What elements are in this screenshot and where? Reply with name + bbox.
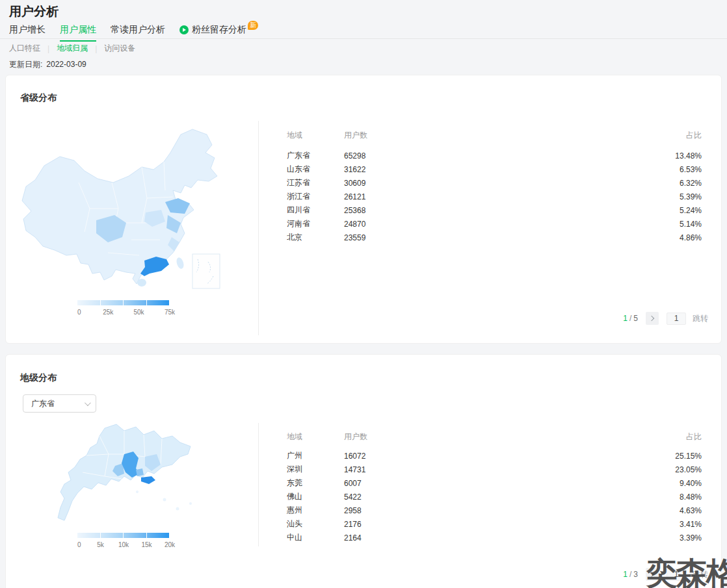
table-row: 河南省248705.14%	[287, 217, 702, 231]
guangdong-choropleth-map[interactable]	[27, 420, 241, 534]
legend-tick: 25k	[103, 309, 113, 316]
city-map-legend: 0 5k 10k 15k 20k	[77, 533, 170, 538]
tab-frequent-readers[interactable]: 常读用户分析	[111, 24, 165, 40]
legend-tick: 5k	[97, 541, 104, 548]
province-pagination: 1 / 5 跳转	[623, 312, 708, 325]
jump-label[interactable]: 跳转	[693, 313, 708, 324]
province-map-legend: 0 25k 50k 75k	[77, 300, 170, 305]
update-date-value: 2022-03-09	[46, 60, 86, 69]
tab-fan-retention[interactable]: 粉丝留存分析 新	[179, 24, 258, 40]
chevron-down-icon	[85, 400, 91, 406]
page-jump-input[interactable]	[667, 313, 686, 325]
city-distribution-card: 地级分布 广东省	[5, 354, 722, 588]
legend-tick: 75k	[165, 309, 175, 316]
table-row: 中山21643.39%	[287, 531, 702, 544]
china-choropleth-map[interactable]	[17, 125, 245, 291]
islands	[136, 491, 192, 511]
watermark-text: 奕森格	[646, 553, 727, 588]
legend-tick: 15k	[141, 541, 152, 548]
province-section-title: 省级分布	[20, 92, 57, 104]
city-section-title: 地级分布	[20, 372, 57, 384]
new-badge: 新	[248, 21, 258, 30]
table-row: 广州1607225.15%	[287, 449, 702, 463]
table-row: 浙江省261215.39%	[287, 190, 702, 203]
table-row: 江苏省306096.32%	[287, 176, 702, 190]
user-analysis-page: 用户分析 用户增长 用户属性 常读用户分析 粉丝留存分析 新 人口特征 | 地域…	[0, 0, 727, 588]
legend-tick: 0	[77, 309, 81, 316]
total-pages: 3	[633, 570, 638, 579]
legend-tick: 0	[77, 541, 81, 548]
map-city-dongguan	[136, 468, 144, 476]
sub-tabs: 人口特征 | 地域归属 | 访问设备	[9, 43, 135, 54]
subtab-region[interactable]: 地域归属	[57, 43, 88, 54]
map-region-taiwan	[175, 257, 185, 270]
table-row: 深圳1473123.05%	[287, 463, 702, 476]
total-pages: 5	[633, 314, 638, 323]
province-distribution-card: 省级分布	[5, 75, 722, 344]
current-page: 1	[623, 570, 628, 579]
table-row: 北京235594.86%	[287, 231, 702, 244]
table-header: 地域 用户数 占比	[287, 432, 702, 441]
subtab-separator: |	[95, 44, 97, 53]
panel-divider	[258, 423, 259, 546]
page-title: 用户分析	[9, 3, 59, 20]
table-header: 地域 用户数 占比	[287, 131, 702, 140]
map-city-shenzhen	[141, 476, 155, 484]
next-page-button[interactable]	[646, 312, 659, 325]
update-date-row: 更新日期:2022-03-09	[9, 59, 86, 70]
subtab-demographics[interactable]: 人口特征	[9, 43, 40, 54]
video-channel-icon	[179, 25, 189, 34]
current-page: 1	[623, 314, 628, 323]
table-row: 汕头21763.41%	[287, 517, 702, 531]
update-date-label: 更新日期:	[9, 60, 42, 69]
table-row: 东莞60079.40%	[287, 476, 702, 490]
table-row: 四川省253685.24%	[287, 203, 702, 217]
tab-user-growth[interactable]: 用户增长	[9, 24, 46, 40]
south-china-sea-inset	[192, 254, 220, 288]
table-row: 佛山54228.48%	[287, 490, 702, 504]
table-row: 惠州29584.63%	[287, 504, 702, 517]
chevron-right-icon	[649, 316, 654, 321]
tab-user-attributes[interactable]: 用户属性	[60, 24, 96, 42]
subtab-devices[interactable]: 访问设备	[104, 43, 135, 54]
legend-tick: 50k	[134, 309, 144, 316]
map-region-hainan	[137, 279, 146, 287]
legend-tick: 20k	[165, 541, 175, 548]
main-tabs: 用户增长 用户属性 常读用户分析 粉丝留存分析 新	[9, 24, 272, 42]
table-row: 山东省316226.53%	[287, 162, 702, 176]
province-select[interactable]: 广东省	[23, 394, 96, 413]
province-select-value: 广东省	[31, 398, 55, 409]
legend-tick: 10k	[118, 541, 129, 548]
subtab-separator: |	[47, 44, 49, 53]
table-row: 广东省6529813.48%	[287, 149, 702, 162]
panel-divider	[258, 121, 259, 335]
